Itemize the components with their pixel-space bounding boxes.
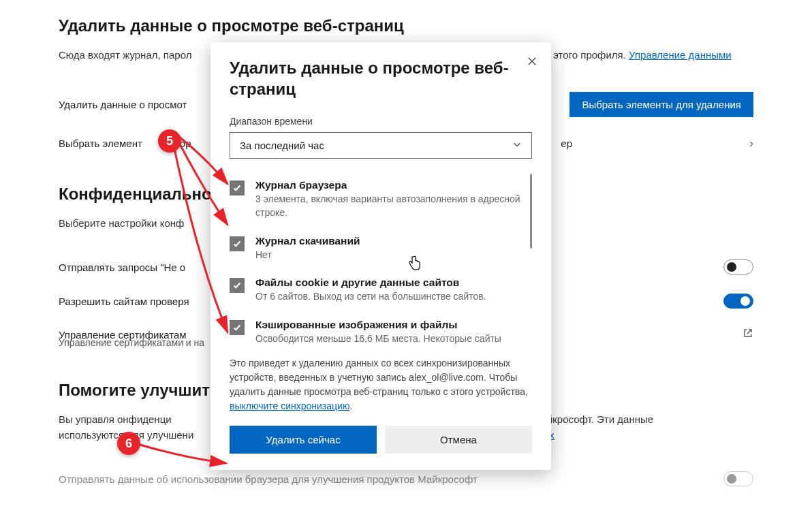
chevron-down-icon [512, 140, 522, 151]
option-browser-history: Журнал браузера 3 элемента, включая вари… [230, 174, 532, 229]
opt-title: Журнал браузера [255, 179, 532, 191]
opt-sub: Нет [255, 249, 360, 262]
checkbox-browser-history[interactable] [230, 180, 245, 195]
cancel-button[interactable]: Отмена [385, 426, 532, 454]
annotation-badge-6: 6 [117, 432, 140, 455]
cursor-hand-icon [407, 255, 421, 274]
disable-sync-link[interactable]: выключите синхронизацию [230, 400, 349, 411]
opt-title: Кэшированные изображения и файлы [255, 319, 501, 331]
range-label: Диапазон времени [230, 116, 532, 127]
range-value: За последний час [240, 140, 324, 151]
opt-title: Файлы cookie и другие данные сайтов [255, 277, 486, 289]
clear-now-button[interactable]: Удалить сейчас [230, 426, 377, 454]
option-download-history: Журнал скачиваний Нет [230, 230, 532, 272]
options-list: Журнал браузера 3 элемента, включая вари… [230, 174, 532, 344]
checkbox-download-history[interactable] [230, 236, 245, 251]
modal-actions: Удалить сейчас Отмена [230, 426, 532, 454]
note-text: Это приведет к удалению данных со всех с… [230, 358, 528, 397]
close-button[interactable] [524, 53, 540, 69]
time-range-select[interactable]: За последний час [230, 132, 532, 159]
annotation-badge-5: 5 [158, 129, 181, 153]
opt-sub: 3 элемента, включая варианты автозаполне… [255, 193, 532, 219]
clear-data-modal: Удалить данные о просмотре веб-страниц Д… [210, 42, 551, 470]
opt-sub: Освободится меньше 16,6 МБ места. Некото… [255, 332, 501, 345]
opt-title: Журнал скачиваний [255, 235, 360, 247]
scrollbar-thumb[interactable] [530, 174, 532, 249]
option-cached: Кэшированные изображения и файлы Освобод… [230, 313, 532, 345]
opt-sub: От 6 сайтов. Выход из сети на большинств… [255, 290, 486, 304]
modal-title: Удалить данные о просмотре веб-страниц [230, 57, 532, 99]
checkbox-cached[interactable] [230, 320, 245, 335]
option-cookies: Файлы cookie и другие данные сайтов От 6… [230, 271, 532, 313]
note-period: . [349, 400, 352, 411]
modal-note: Это приведет к удалению данных со всех с… [230, 356, 532, 413]
checkbox-cookies[interactable] [230, 278, 245, 293]
